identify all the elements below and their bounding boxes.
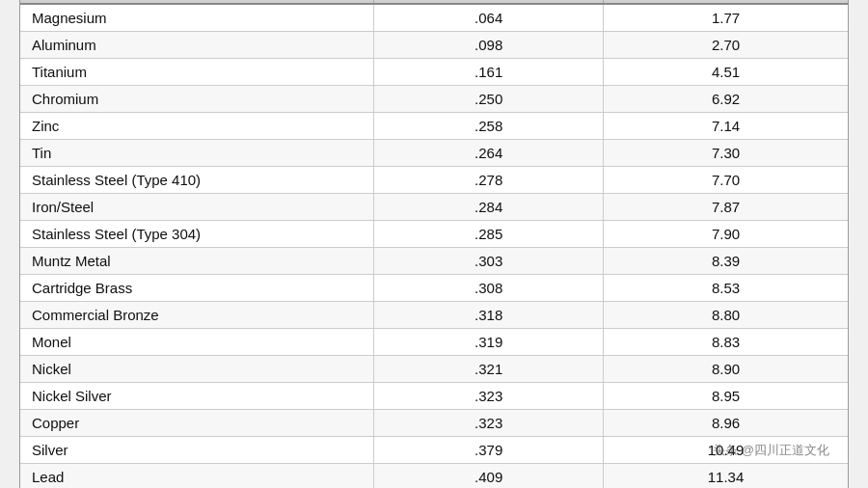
table-row: Chromium.2506.92 (20, 85, 848, 112)
metal-cell: Magnesium (20, 4, 374, 32)
gravity-cell: 8.80 (603, 301, 848, 328)
table-row: Muntz Metal.3038.39 (20, 247, 848, 274)
density-cell: .098 (374, 31, 603, 58)
density-cell: .250 (374, 85, 603, 112)
density-cell: .323 (374, 409, 603, 436)
gravity-cell: 2.70 (603, 31, 848, 58)
gravity-cell: 1.77 (603, 4, 848, 32)
table-row: Silver.37910.49 (20, 436, 848, 463)
metal-cell: Titanium (20, 58, 374, 85)
density-cell: .409 (374, 463, 603, 488)
gravity-cell: 8.95 (603, 382, 848, 409)
metal-cell: Copper (20, 409, 374, 436)
table-row: Lead.40911.34 (20, 463, 848, 488)
density-cell: .064 (374, 4, 603, 32)
table-row: Cartridge Brass.3088.53 (20, 274, 848, 301)
gravity-cell: 8.90 (603, 355, 848, 382)
table-row: Nickel.3218.90 (20, 355, 848, 382)
density-cell: .319 (374, 328, 603, 355)
density-cell: .303 (374, 247, 603, 274)
density-cell: .161 (374, 58, 603, 85)
table-row: Titanium.1614.51 (20, 58, 848, 85)
gravity-cell: 7.87 (603, 193, 848, 220)
gravity-cell: 7.14 (603, 112, 848, 139)
density-cell: .278 (374, 166, 603, 193)
metal-cell: Lead (20, 463, 374, 488)
gravity-cell: 8.83 (603, 328, 848, 355)
gravity-cell: 10.49 (603, 436, 848, 463)
metal-cell: Monel (20, 328, 374, 355)
table-row: Iron/Steel.2847.87 (20, 193, 848, 220)
table-row: Commercial Bronze.3188.80 (20, 301, 848, 328)
density-cell: .379 (374, 436, 603, 463)
metal-cell: Aluminum (20, 31, 374, 58)
density-cell: .258 (374, 112, 603, 139)
metal-cell: Stainless Steel (Type 304) (20, 220, 374, 247)
table-row: Magnesium.0641.77 (20, 4, 848, 32)
gravity-cell: 7.70 (603, 166, 848, 193)
table-row: Zinc.2587.14 (20, 112, 848, 139)
metal-cell: Chromium (20, 85, 374, 112)
table-row: Monel.3198.83 (20, 328, 848, 355)
metal-cell: Stainless Steel (Type 410) (20, 166, 374, 193)
metal-cell: Silver (20, 436, 374, 463)
gravity-cell: 7.30 (603, 139, 848, 166)
density-cell: .318 (374, 301, 603, 328)
table-row: Stainless Steel (Type 410).2787.70 (20, 166, 848, 193)
gravity-cell: 8.53 (603, 274, 848, 301)
gravity-cell: 11.34 (603, 463, 848, 488)
metal-cell: Cartridge Brass (20, 274, 374, 301)
gravity-cell: 6.92 (603, 85, 848, 112)
table-row: Tin.2647.30 (20, 139, 848, 166)
metal-cell: Muntz Metal (20, 247, 374, 274)
gravity-cell: 8.39 (603, 247, 848, 274)
metal-cell: Commercial Bronze (20, 301, 374, 328)
metals-density-table: Metal Density (lb/in³) Specific Gravity … (19, 0, 849, 488)
metal-cell: Nickel (20, 355, 374, 382)
gravity-cell: 8.96 (603, 409, 848, 436)
metal-cell: Iron/Steel (20, 193, 374, 220)
table-row: Nickel Silver.3238.95 (20, 382, 848, 409)
density-cell: .308 (374, 274, 603, 301)
metal-cell: Tin (20, 139, 374, 166)
density-cell: .285 (374, 220, 603, 247)
gravity-cell: 7.90 (603, 220, 848, 247)
table-row: Aluminum.0982.70 (20, 31, 848, 58)
density-cell: .321 (374, 355, 603, 382)
table-row: Stainless Steel (Type 304).2857.90 (20, 220, 848, 247)
metal-cell: Nickel Silver (20, 382, 374, 409)
density-cell: .323 (374, 382, 603, 409)
metal-cell: Zinc (20, 112, 374, 139)
density-cell: .284 (374, 193, 603, 220)
density-cell: .264 (374, 139, 603, 166)
gravity-cell: 4.51 (603, 58, 848, 85)
table-row: Copper.3238.96 (20, 409, 848, 436)
